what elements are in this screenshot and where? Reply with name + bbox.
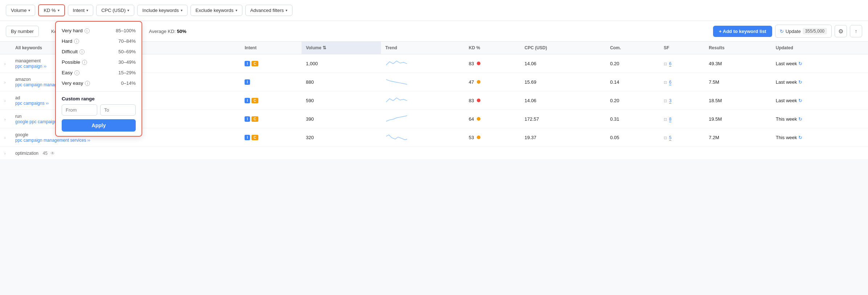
- row-cpc: 15.69: [520, 73, 606, 91]
- row-kd: 53: [464, 128, 520, 147]
- update-btn[interactable]: ↻ Update 355/5,000: [775, 25, 832, 38]
- row-trend: [381, 110, 464, 128]
- kd-easy-label: Easy: [62, 70, 73, 75]
- kd-filter-btn[interactable]: KD % ▾: [38, 4, 65, 16]
- kd-hard-label: Hard: [62, 38, 72, 44]
- row-kd: 47: [464, 73, 520, 91]
- row-sf: ⊡ 6: [659, 54, 704, 73]
- row-updated: Last week ↻: [771, 73, 868, 91]
- kd-option-hard[interactable]: Hard i 70–84%: [56, 36, 142, 46]
- kd-chevron-icon: ▾: [58, 8, 60, 12]
- hard-info-icon[interactable]: i: [74, 39, 79, 44]
- kd-option-very-easy[interactable]: Very easy i 0–14%: [56, 78, 142, 88]
- kd-difficult-range: 50–69%: [118, 49, 136, 54]
- row-com: 0.20: [606, 91, 659, 110]
- row-trend: [381, 128, 464, 147]
- to-input[interactable]: [100, 104, 136, 116]
- add-keyword-btn[interactable]: + Add to keyword list: [713, 26, 772, 37]
- row-intent: I C: [240, 91, 302, 110]
- kd-difficult-label: Difficult: [62, 49, 78, 54]
- row-com: 0.05: [606, 128, 659, 147]
- dropdown-divider: [56, 91, 142, 92]
- col-intent: Intent: [240, 42, 302, 54]
- easy-info-icon[interactable]: i: [74, 70, 79, 75]
- kd-easy-range: 15–29%: [118, 70, 136, 75]
- avg-kd-stat: Average KD: 50%: [149, 29, 187, 34]
- row-refresh-icon[interactable]: ↻: [798, 98, 802, 103]
- volume-filter-btn[interactable]: Volume ▾: [6, 5, 35, 16]
- kd-very-hard-range: 85–100%: [116, 28, 136, 33]
- exclude-keywords-label: Exclude keywords: [196, 8, 234, 13]
- row-kd: 64: [464, 110, 520, 128]
- row-expand[interactable]: ›: [0, 91, 11, 110]
- cpc-filter-btn[interactable]: CPC (USD) ▾: [96, 5, 134, 16]
- from-input[interactable]: [62, 104, 97, 116]
- very-easy-info-icon[interactable]: i: [85, 81, 90, 86]
- col-expand: [0, 42, 11, 54]
- row-volume: 390: [302, 110, 381, 128]
- kd-option-easy[interactable]: Easy i 15–29%: [56, 67, 142, 78]
- row-sf: ⊡ 5: [659, 128, 704, 147]
- col-kd: KD %: [464, 42, 520, 54]
- difficult-info-icon[interactable]: i: [79, 49, 85, 54]
- row-intent: I C: [240, 128, 302, 147]
- possible-info-icon[interactable]: i: [82, 60, 87, 65]
- row-kd: 83: [464, 54, 520, 73]
- row-volume: 880: [302, 73, 381, 91]
- row-updated: Last week ↻: [771, 54, 868, 73]
- settings-btn[interactable]: ⚙: [835, 25, 847, 37]
- kd-dropdown: Very hard i 85–100% Hard i 70–84% Diffic…: [55, 21, 142, 137]
- kd-option-difficult[interactable]: Difficult i 50–69%: [56, 46, 142, 57]
- volume-chevron-icon: ▾: [28, 8, 30, 12]
- row-trend: [381, 73, 464, 91]
- row-expand[interactable]: ›: [0, 110, 11, 128]
- row-refresh-icon[interactable]: ↻: [798, 116, 802, 122]
- volume-label: Volume: [11, 8, 26, 13]
- row-volume: 320: [302, 128, 381, 147]
- intent-tag-i: I: [245, 61, 250, 66]
- row-expand[interactable]: ›: [0, 54, 11, 73]
- exclude-keywords-filter-btn[interactable]: Exclude keywords ▾: [191, 5, 242, 16]
- kd-option-possible[interactable]: Possible i 30–49%: [56, 57, 142, 67]
- by-number-btn[interactable]: By number: [6, 26, 39, 37]
- row-refresh-icon[interactable]: ↻: [798, 61, 802, 66]
- kd-very-easy-range: 0–14%: [121, 80, 136, 86]
- include-keywords-label: Include keywords: [142, 8, 179, 13]
- row-kd: 83: [464, 91, 520, 110]
- row-intent: I C: [240, 54, 302, 73]
- row-expand[interactable]: ›: [0, 147, 11, 160]
- row-keyword: optimization 45 👁: [11, 147, 240, 160]
- row-results: 19.5M: [704, 110, 771, 128]
- row-updated: This week ↻: [771, 128, 868, 147]
- intent-tag-i: I: [245, 79, 250, 85]
- row-cpc: 172.57: [520, 110, 606, 128]
- row-expand[interactable]: ›: [0, 128, 11, 147]
- intent-label: Intent: [73, 8, 85, 13]
- row-refresh-icon[interactable]: ↻: [798, 135, 802, 140]
- row-com: 0.20: [606, 54, 659, 73]
- volume-sort-icon[interactable]: ⇅: [323, 45, 326, 50]
- very-hard-info-icon[interactable]: i: [85, 28, 90, 33]
- row-sf: ⊡ 6: [659, 73, 704, 91]
- intent-tag-c: C: [251, 135, 258, 140]
- kd-option-very-hard[interactable]: Very hard i 85–100%: [56, 25, 142, 36]
- advanced-filters-btn[interactable]: Advanced filters ▾: [245, 5, 293, 16]
- row-volume: 1,000: [302, 54, 381, 73]
- advanced-filters-label: Advanced filters: [250, 8, 284, 13]
- apply-button[interactable]: Apply: [62, 119, 136, 132]
- include-keywords-filter-btn[interactable]: Include keywords ▾: [137, 5, 187, 16]
- refresh-icon: ↻: [780, 29, 784, 34]
- row-expand[interactable]: ›: [0, 73, 11, 91]
- export-btn[interactable]: ↑: [850, 25, 862, 37]
- col-updated: Updated: [771, 42, 868, 54]
- intent-tag-i: I: [245, 135, 250, 140]
- custom-range-label: Custom range: [56, 95, 142, 104]
- intent-tag-c: C: [251, 61, 258, 66]
- intent-chevron-icon: ▾: [86, 8, 88, 12]
- include-chevron-icon: ▾: [181, 8, 183, 12]
- advanced-chevron-icon: ▾: [286, 8, 287, 12]
- intent-filter-btn[interactable]: Intent ▾: [68, 5, 94, 16]
- row-refresh-icon[interactable]: ↻: [798, 79, 802, 85]
- kd-label: KD %: [44, 8, 56, 13]
- kd-very-easy-label: Very easy: [62, 80, 83, 86]
